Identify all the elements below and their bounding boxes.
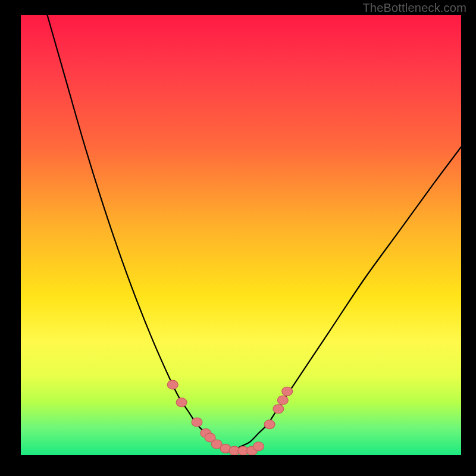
marker-layer	[167, 380, 292, 455]
data-marker	[167, 380, 178, 389]
curve-right	[232, 147, 461, 451]
data-marker	[192, 418, 202, 427]
data-marker	[273, 405, 284, 414]
data-marker	[264, 420, 275, 429]
watermark-text: TheBottleneck.com	[362, 1, 466, 15]
curve-left	[47, 15, 232, 451]
data-marker	[282, 387, 293, 396]
data-marker	[277, 396, 288, 405]
data-marker	[176, 398, 187, 407]
data-marker	[253, 442, 264, 451]
chart-stage: TheBottleneck.com	[0, 0, 476, 476]
plot-svg	[21, 15, 461, 455]
plot-area	[21, 15, 461, 455]
